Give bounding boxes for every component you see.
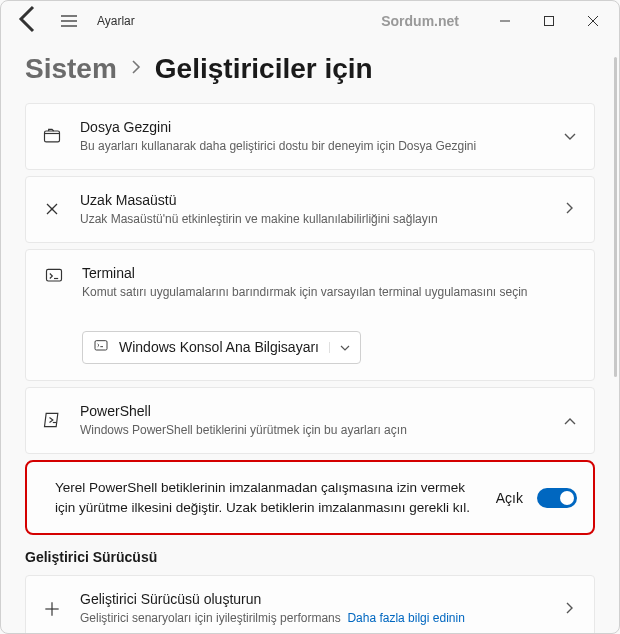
minimize-button[interactable] bbox=[483, 5, 527, 37]
breadcrumb: Sistem Geliştiriciler için bbox=[25, 53, 595, 85]
policy-toggle[interactable] bbox=[537, 488, 577, 508]
card-desc: Bu ayarları kullanarak daha geliştirici … bbox=[80, 138, 546, 155]
powershell-icon bbox=[40, 410, 64, 430]
card-desc: Komut satırı uygulamalarını barındırmak … bbox=[82, 284, 578, 301]
svg-rect-7 bbox=[45, 131, 60, 142]
card-dev-drive[interactable]: Geliştirici Sürücüsü oluşturun Geliştiri… bbox=[25, 575, 595, 633]
back-button[interactable] bbox=[13, 3, 45, 39]
svg-point-8 bbox=[51, 208, 54, 211]
maximize-button[interactable] bbox=[527, 5, 571, 37]
chevron-down-icon bbox=[329, 342, 350, 353]
close-button[interactable] bbox=[571, 5, 615, 37]
chevron-right-icon bbox=[131, 60, 141, 78]
learn-more-link[interactable]: Daha fazla bilgi edinin bbox=[347, 611, 464, 625]
powershell-policy-row: Yerel PowerShell betiklerinin imzalanmad… bbox=[25, 460, 595, 535]
terminal-icon bbox=[42, 266, 66, 286]
toggle-state-label: Açık bbox=[496, 490, 523, 506]
svg-rect-11 bbox=[95, 341, 107, 350]
card-terminal: Terminal Komut satırı uygulamalarını bar… bbox=[25, 249, 595, 381]
dropdown-value: Windows Konsol Ana Bilgisayarı bbox=[119, 339, 319, 355]
card-title: Uzak Masaüstü bbox=[80, 191, 546, 209]
card-powershell[interactable]: PowerShell Windows PowerShell betiklerin… bbox=[25, 387, 595, 454]
card-desc: Windows PowerShell betiklerini yürütmek … bbox=[80, 422, 546, 439]
scrollbar[interactable] bbox=[614, 57, 617, 377]
chevron-up-icon bbox=[562, 412, 578, 428]
page-title: Geliştiriciler için bbox=[155, 53, 373, 85]
breadcrumb-parent[interactable]: Sistem bbox=[25, 53, 117, 85]
remote-icon bbox=[40, 199, 64, 219]
content: Sistem Geliştiriciler için Dosya Gezgini… bbox=[1, 41, 619, 633]
card-desc: Geliştirici senaryoları için iyileştiril… bbox=[80, 610, 546, 627]
dev-drive-heading: Geliştirici Sürücüsü bbox=[25, 549, 595, 565]
card-file-explorer[interactable]: Dosya Gezgini Bu ayarları kullanarak dah… bbox=[25, 103, 595, 170]
policy-text: Yerel PowerShell betiklerinin imzalanmad… bbox=[55, 478, 482, 517]
folder-icon bbox=[40, 126, 64, 146]
card-remote-desktop[interactable]: Uzak Masaüstü Uzak Masaüstü'nü etkinleşt… bbox=[25, 176, 595, 243]
window: Ayarlar Sordum.net Sistem Geliştiriciler… bbox=[0, 0, 620, 634]
chevron-right-icon bbox=[562, 201, 578, 217]
svg-rect-9 bbox=[47, 269, 62, 281]
chevron-down-icon bbox=[562, 128, 578, 144]
svg-rect-4 bbox=[545, 17, 554, 26]
terminal-dropdown[interactable]: Windows Konsol Ana Bilgisayarı bbox=[82, 331, 361, 364]
card-title: Geliştirici Sürücüsü oluşturun bbox=[80, 590, 546, 608]
card-title: PowerShell bbox=[80, 402, 546, 420]
titlebar: Ayarlar Sordum.net bbox=[1, 1, 619, 41]
watermark: Sordum.net bbox=[381, 13, 459, 29]
app-title: Ayarlar bbox=[97, 14, 135, 28]
plus-icon bbox=[40, 599, 64, 619]
card-desc: Uzak Masaüstü'nü etkinleştirin ve makine… bbox=[80, 211, 546, 228]
console-host-icon bbox=[93, 338, 109, 357]
card-title: Dosya Gezgini bbox=[80, 118, 546, 136]
card-title: Terminal bbox=[82, 264, 578, 282]
chevron-right-icon bbox=[562, 601, 578, 617]
hamburger-menu-icon[interactable] bbox=[53, 15, 85, 27]
